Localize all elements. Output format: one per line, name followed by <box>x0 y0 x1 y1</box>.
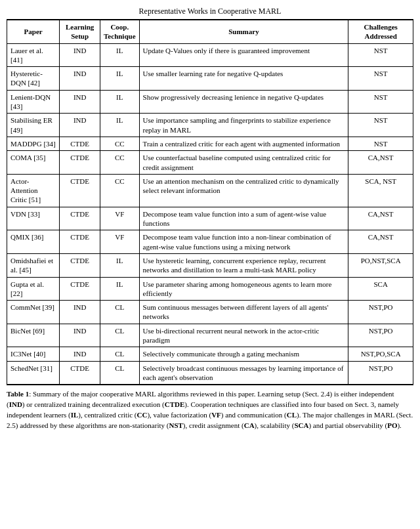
cell-summary: Use counterfactual baseline computed usi… <box>139 151 348 175</box>
table-row: Actor-Attention Critic [51]CTDECCUse an … <box>7 174 413 207</box>
header-learning: Learning Setup <box>60 20 100 43</box>
cell-coop: CL <box>100 347 140 361</box>
cell-challenges: PO,NST,SCA <box>348 253 413 277</box>
cell-coop: CL <box>100 324 140 347</box>
cell-summary: Use bi-directional recurrent neural netw… <box>139 324 348 347</box>
cell-coop: IL <box>100 90 140 114</box>
table-row: IC3Net [40]INDCLSelectively communicate … <box>7 347 413 361</box>
cell-challenges: SCA, NST <box>348 174 413 207</box>
cell-challenges: NST <box>348 67 413 91</box>
cell-summary: Use hysteretic learning, concurrent expe… <box>139 253 348 277</box>
table-row: BicNet [69]INDCLUse bi-directional recur… <box>7 324 413 347</box>
cell-summary: Sum continuous messages between differen… <box>139 301 348 324</box>
cell-summary: Use parameter sharing among homogeneous … <box>139 277 348 301</box>
table-row: COMA [35]CTDECCUse counterfactual baseli… <box>7 151 413 175</box>
cell-learning: IND <box>60 301 100 324</box>
caption-text: : Summary of the major cooperative MARL … <box>7 390 413 429</box>
cell-summary: Use importance sampling and fingerprints… <box>139 114 348 137</box>
table-row: Hysteretic-DQN [42]INDILUse smaller lear… <box>7 67 413 91</box>
cell-paper: Actor-Attention Critic [51] <box>7 174 60 207</box>
cell-summary: Show progressively decreasing lenience i… <box>139 90 348 114</box>
cell-summary: Use an attention mechanism on the centra… <box>139 174 348 207</box>
cell-learning: CTDE <box>60 361 100 385</box>
cell-paper: QMIX [36] <box>7 230 60 254</box>
cell-learning: IND <box>60 90 100 114</box>
cell-challenges: CA,NST <box>348 207 413 230</box>
cell-learning: CTDE <box>60 230 100 254</box>
cell-challenges: NST,PO,SCA <box>348 347 413 361</box>
cell-paper: VDN [33] <box>7 207 60 230</box>
cell-coop: CC <box>100 137 140 150</box>
cell-paper: BicNet [69] <box>7 324 60 347</box>
cell-coop: CC <box>100 174 140 207</box>
cell-summary: Update Q-Values only if there is guarant… <box>139 43 348 67</box>
cell-learning: IND <box>60 347 100 361</box>
table-row: MADDPG [34]CTDECCTrain a centralized cri… <box>7 137 413 150</box>
table-row: Omidshafiei et al. [45]CTDEILUse hystere… <box>7 253 413 277</box>
table-row: Stabilising ER [49]INDILUse importance s… <box>7 114 413 137</box>
cell-learning: CTDE <box>60 151 100 175</box>
table-row: QMIX [36]CTDEVFDecompose team value func… <box>7 230 413 254</box>
cell-challenges: SCA <box>348 277 413 301</box>
cell-summary: Train a centralized critic for each agen… <box>139 137 348 150</box>
cell-coop: CL <box>100 301 140 324</box>
table-row: SchedNet [31]CTDECLSelectively broadcast… <box>7 361 413 385</box>
table-row: Lauer et al. [41]INDILUpdate Q-Values on… <box>7 43 413 67</box>
cell-paper: Lenient-DQN [43] <box>7 90 60 114</box>
cell-learning: CTDE <box>60 174 100 207</box>
cell-learning: IND <box>60 324 100 347</box>
table-caption: Table 1: Summary of the major cooperativ… <box>7 389 413 431</box>
cell-summary: Decompose team value function into a non… <box>139 230 348 254</box>
cell-paper: IC3Net [40] <box>7 347 60 361</box>
cell-challenges: CA,NST <box>348 230 413 254</box>
table-row: Lenient-DQN [43]INDILShow progressively … <box>7 90 413 114</box>
caption-label: Table 1 <box>7 390 29 398</box>
cell-coop: IL <box>100 67 140 91</box>
cell-coop: IL <box>100 277 140 301</box>
cell-paper: CommNet [39] <box>7 301 60 324</box>
main-table: Paper Learning Setup Coop. Technique Sum… <box>7 19 413 385</box>
cell-summary: Selectively communicate through a gating… <box>139 347 348 361</box>
cell-challenges: NST <box>348 137 413 150</box>
header-coop: Coop. Technique <box>100 20 140 43</box>
page-container: Representative Works in Cooperative MARL… <box>7 7 413 431</box>
header-paper: Paper <box>7 20 60 43</box>
table-row: CommNet [39]INDCLSum continuous messages… <box>7 301 413 324</box>
cell-paper: Stabilising ER [49] <box>7 114 60 137</box>
header-challenges: Challenges Addressed <box>348 20 413 43</box>
header-summary: Summary <box>139 20 348 43</box>
cell-coop: IL <box>100 253 140 277</box>
cell-challenges: CA,NST <box>348 151 413 175</box>
cell-learning: IND <box>60 114 100 137</box>
cell-summary: Selectively broadcast continuous message… <box>139 361 348 385</box>
cell-challenges: NST <box>348 43 413 67</box>
cell-paper: Hysteretic-DQN [42] <box>7 67 60 91</box>
cell-coop: CC <box>100 151 140 175</box>
cell-learning: IND <box>60 43 100 67</box>
cell-coop: VF <box>100 207 140 230</box>
cell-paper: Omidshafiei et al. [45] <box>7 253 60 277</box>
cell-paper: Gupta et al. [22] <box>7 277 60 301</box>
cell-learning: CTDE <box>60 277 100 301</box>
cell-paper: SchedNet [31] <box>7 361 60 385</box>
cell-coop: CL <box>100 361 140 385</box>
cell-coop: IL <box>100 43 140 67</box>
cell-learning: IND <box>60 67 100 91</box>
cell-learning: CTDE <box>60 207 100 230</box>
cell-challenges: NST,PO <box>348 361 413 385</box>
cell-challenges: NST <box>348 90 413 114</box>
cell-challenges: NST <box>348 114 413 137</box>
cell-summary: Decompose team value function into a sum… <box>139 207 348 230</box>
cell-challenges: NST,PO <box>348 301 413 324</box>
cell-challenges: NST,PO <box>348 324 413 347</box>
cell-coop: VF <box>100 230 140 254</box>
cell-coop: IL <box>100 114 140 137</box>
table-title: Representative Works in Cooperative MARL <box>7 7 413 16</box>
cell-paper: Lauer et al. [41] <box>7 43 60 67</box>
cell-paper: COMA [35] <box>7 151 60 175</box>
cell-paper: MADDPG [34] <box>7 137 60 150</box>
cell-learning: CTDE <box>60 137 100 150</box>
table-row: VDN [33]CTDEVFDecompose team value funct… <box>7 207 413 230</box>
table-row: Gupta et al. [22]CTDEILUse parameter sha… <box>7 277 413 301</box>
cell-summary: Use smaller learning rate for negative Q… <box>139 67 348 91</box>
